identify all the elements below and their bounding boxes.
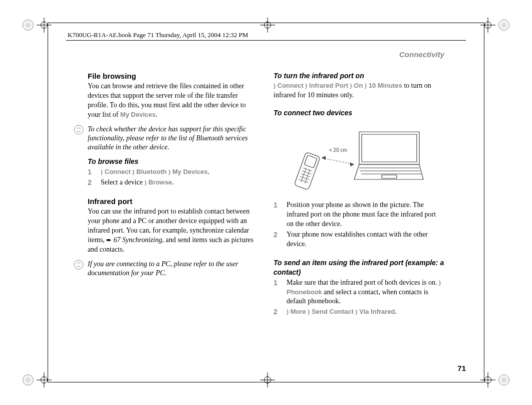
step-number: 1	[88, 167, 95, 177]
text: .	[208, 168, 210, 175]
step-number: 1	[274, 200, 281, 229]
heading-send-item-ir: To send an item using the infrared port …	[274, 258, 444, 277]
page-content: Connectivity File browsing You can brows…	[65, 50, 467, 375]
tip-icon	[74, 125, 85, 152]
paragraph-file-browsing: You can browse and retrieve the files co…	[88, 82, 258, 120]
softkey-my-devices: My Devices	[172, 168, 208, 175]
left-column: File browsing You can browse and retriev…	[65, 71, 258, 318]
svg-marker-16	[322, 156, 326, 160]
text: Select a device	[101, 178, 144, 186]
paragraph-turn-ir-on: } Connect } Infrared Port } On } 10 Minu…	[274, 81, 444, 100]
svg-marker-17	[350, 162, 354, 166]
illustration-label: < 20 cm	[329, 147, 347, 153]
softkey-phonebook: Phonebook	[287, 288, 322, 296]
arrow-icon: }	[287, 309, 289, 315]
tip-block-1: To check whether the device has support …	[74, 125, 258, 152]
arrow-icon: }	[355, 309, 357, 315]
step-body: Select a device } Browse.	[101, 178, 258, 187]
step-body: } More } Send Contact } Via Infrared.	[287, 307, 444, 317]
text: .	[156, 111, 158, 118]
page-number: 71	[457, 364, 466, 372]
softkey-connect: Connect	[105, 168, 131, 175]
step-body: Position your phone as shown in the pict…	[287, 200, 444, 229]
header-rule	[66, 40, 466, 41]
softkey-infrared-port: Infrared Port	[309, 82, 348, 89]
step-number: 2	[274, 230, 281, 249]
step-body: } Connect } Bluetooth } My Devices.	[101, 167, 258, 177]
tip-text-2: If you are connecting to a PC, please re…	[88, 260, 258, 278]
softkey-more: More	[291, 308, 306, 315]
paragraph-infrared: You can use the infrared port to establi…	[88, 207, 258, 254]
arrow-icon: }	[132, 169, 134, 175]
softkey-send-contact: Send Contact	[312, 308, 354, 315]
arrow-icon: }	[308, 309, 310, 315]
xref-text: 67 Synchronizing	[114, 236, 162, 244]
softkey-browse: Browse	[148, 178, 172, 186]
right-column: To turn the infrared port on } Connect }…	[274, 71, 467, 318]
softkey-10-minutes: 10 Minutes	[369, 82, 402, 89]
step-list-send-item: 1 Make sure that the infrared port of bo…	[274, 278, 444, 317]
arrow-icon: }	[365, 83, 367, 89]
heading-file-browsing: File browsing	[88, 71, 258, 81]
heading-infrared-port: Infrared port	[88, 196, 258, 207]
arrow-icon: }	[350, 83, 352, 89]
svg-rect-5	[382, 175, 397, 178]
header-line: K700UG-R1A-AE.book Page 71 Thursday, Apr…	[68, 31, 248, 39]
arrow-icon: }	[144, 180, 146, 186]
arrow-icon: }	[168, 169, 170, 175]
softkey-bluetooth: Bluetooth	[136, 168, 167, 175]
xref-arrow-icon: ➨	[106, 236, 113, 244]
svg-point-0	[74, 125, 83, 134]
arrow-icon: }	[305, 83, 307, 89]
text: .	[172, 178, 174, 186]
text: Make sure that the infrared port of both…	[287, 279, 439, 286]
arrow-icon: }	[439, 280, 441, 286]
softkey-on: On	[354, 82, 363, 89]
section-title: Connectivity	[65, 50, 444, 59]
heading-to-browse-files: To browse files	[88, 157, 258, 166]
heading-turn-ir-on: To turn the infrared port on	[274, 71, 444, 81]
step-list-connect: 1 Position your phone as shown in the pi…	[274, 200, 444, 249]
step-number: 2	[274, 307, 281, 317]
tip-icon	[74, 260, 85, 278]
heading-connect-two: To connect two devices	[274, 108, 444, 118]
svg-point-1	[74, 260, 83, 269]
step-body: Make sure that the infrared port of both…	[287, 278, 444, 307]
step-number: 1	[274, 278, 281, 307]
tip-text-1: To check whether the device has support …	[88, 125, 258, 152]
step-list-browse: 1 } Connect } Bluetooth } My Devices. 2 …	[88, 167, 258, 187]
svg-line-15	[322, 158, 354, 164]
text: .	[395, 308, 397, 315]
softkey-via-infrared: Via Infrared	[359, 308, 395, 315]
tip-block-2: If you are connecting to a PC, please re…	[74, 260, 258, 278]
illustration-ir-connect: < 20 cm	[294, 122, 424, 195]
arrow-icon: }	[101, 169, 103, 175]
step-body: Your phone now establishes contact with …	[287, 230, 444, 249]
step-number: 2	[88, 178, 95, 187]
softkey-my-devices: My Devices	[120, 111, 156, 118]
arrow-icon: }	[274, 83, 276, 89]
softkey-connect: Connect	[278, 82, 304, 89]
text: You can browse and retrieve the files co…	[88, 82, 246, 118]
